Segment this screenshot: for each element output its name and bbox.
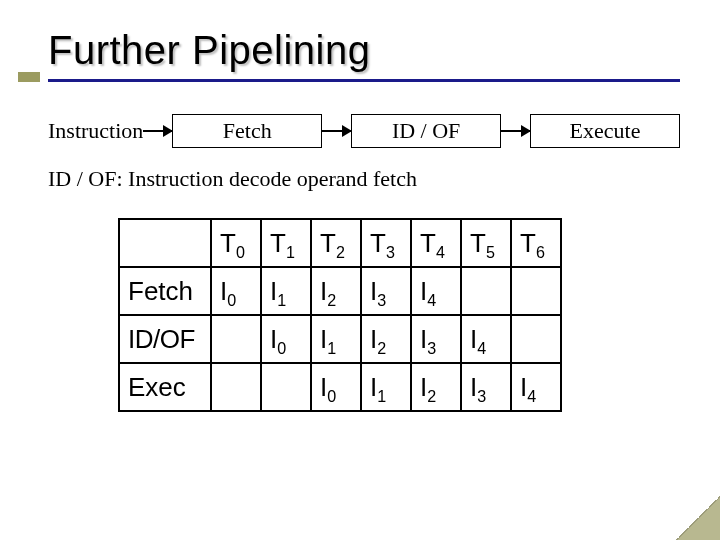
pipeline-label: Instruction — [48, 118, 143, 144]
table-cell — [211, 363, 261, 411]
col-header: T5 — [461, 219, 511, 267]
table-header-row: T0 T1 T2 T3 T4 T5 T6 — [119, 219, 561, 267]
col-header: T3 — [361, 219, 411, 267]
col-header: T6 — [511, 219, 561, 267]
row-header: ID/OF — [119, 315, 211, 363]
table-cell: I0 — [211, 267, 261, 315]
table-corner-cell — [119, 219, 211, 267]
col-header: T2 — [311, 219, 361, 267]
row-header: Fetch — [119, 267, 211, 315]
table-cell: I1 — [361, 363, 411, 411]
arrow-icon — [501, 130, 530, 132]
table-cell — [511, 267, 561, 315]
title-accent — [18, 72, 40, 82]
stage-execute: Execute — [530, 114, 680, 148]
table-cell: I3 — [361, 267, 411, 315]
stage-fetch: Fetch — [172, 114, 322, 148]
arrow-icon — [322, 130, 351, 132]
stage-idof: ID / OF — [351, 114, 501, 148]
page-curl-icon — [676, 496, 720, 540]
table-cell — [211, 315, 261, 363]
row-header: Exec — [119, 363, 211, 411]
table-row: Fetch I0 I1 I2 I3 I4 — [119, 267, 561, 315]
table-row: Exec I0 I1 I2 I3 I4 — [119, 363, 561, 411]
table-cell — [461, 267, 511, 315]
table-cell: I1 — [311, 315, 361, 363]
arrow-icon — [143, 130, 172, 132]
col-header: T0 — [211, 219, 261, 267]
table-cell — [511, 315, 561, 363]
pipeline-table: T0 T1 T2 T3 T4 T5 T6 Fetch I0 I1 I2 I3 I… — [118, 218, 562, 412]
stage-note: ID / OF: Instruction decode operand fetc… — [48, 166, 680, 192]
table-cell: I2 — [411, 363, 461, 411]
table-cell: I2 — [311, 267, 361, 315]
pipeline-stage-row: Instruction Fetch ID / OF Execute — [48, 114, 680, 148]
title-bar: Further Pipelining — [48, 28, 680, 82]
table-cell — [261, 363, 311, 411]
col-header: T4 — [411, 219, 461, 267]
table-cell: I4 — [461, 315, 511, 363]
table-cell: I0 — [261, 315, 311, 363]
col-header: T1 — [261, 219, 311, 267]
table-cell: I0 — [311, 363, 361, 411]
slide-title: Further Pipelining — [48, 28, 680, 73]
table-cell: I3 — [461, 363, 511, 411]
table-row: ID/OF I0 I1 I2 I3 I4 — [119, 315, 561, 363]
table-cell: I4 — [411, 267, 461, 315]
table-cell: I1 — [261, 267, 311, 315]
table-cell: I3 — [411, 315, 461, 363]
table-cell: I4 — [511, 363, 561, 411]
table-cell: I2 — [361, 315, 411, 363]
